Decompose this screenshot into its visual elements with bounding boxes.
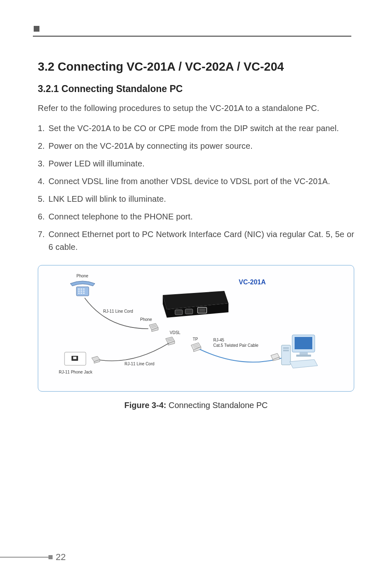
svg-rect-8 [81,293,82,294]
step-item: Power on the VC-201A by connecting its p… [38,140,354,152]
page-footer: 22 [0,552,66,563]
step-item: Connect telephone to the PHONE port. [38,210,354,223]
svg-rect-35 [283,347,289,349]
device-icon [163,287,233,320]
svg-rect-32 [300,352,308,355]
phone-jack-icon [64,352,87,367]
cable-phone-to-device [83,296,165,341]
header-rule-line [33,36,351,37]
steps-list: Set the VC-201A to be CO or CPE mode fro… [38,122,354,254]
step-item: Power LED will illuminate. [38,157,354,170]
step-item: Connect Ethernet port to PC Network Inte… [38,228,354,254]
header-rule [34,25,354,39]
footer-marker [48,555,53,559]
svg-rect-6 [83,291,85,292]
svg-rect-44 [73,357,76,359]
step-item: Connect VDSL line from another VDSL devi… [38,175,354,188]
svg-rect-33 [296,355,311,357]
svg-rect-14 [185,309,193,314]
vdsl-label: VDSL [170,330,180,335]
rj45-label: RJ-45 [213,338,224,342]
svg-rect-9 [83,293,85,294]
cable-vdsl-to-jack [95,343,173,368]
rj11-connector-icon [148,323,160,332]
figure-caption: Figure 3-4: Connecting Standalone PC [38,401,354,410]
figure-caption-bold: Figure 3-4: [124,401,166,410]
svg-rect-4 [78,291,80,292]
section-title: 3.2 Connecting VC-201A / VC-202A / VC-20… [38,60,354,74]
figure-caption-text: Connecting Standalone PC [166,401,268,410]
phone-port-label: Phone [140,317,152,322]
phone-top-label: Phone [76,274,88,278]
figure-box: VC-201A Phone [38,265,354,392]
tp-label: TP [193,337,198,341]
svg-rect-13 [175,310,182,315]
page-number: 22 [56,552,66,563]
pc-icon [280,333,321,370]
svg-rect-1 [78,288,80,290]
rj45-pc-connector-icon [270,353,281,362]
svg-marker-37 [290,360,318,368]
svg-rect-31 [295,337,312,349]
product-name-label: VC-201A [239,279,266,286]
subsection-title: 3.2.1 Connecting Standalone PC [38,83,354,95]
intro-paragraph: Refer to the following procedures to set… [38,102,354,115]
svg-rect-36 [283,350,289,351]
svg-rect-2 [81,288,82,290]
svg-rect-5 [81,291,82,292]
header-rule-marker [34,26,39,32]
svg-rect-16 [199,309,205,312]
rj11-jack-connector-icon [91,355,101,364]
footer-line [0,557,49,558]
svg-rect-3 [83,288,85,290]
diagram: VC-201A Phone [46,271,346,386]
svg-rect-7 [78,293,80,294]
rj11-jack-label: RJ-11 Phone Jack [59,370,92,374]
step-item: LNK LED will blink to illuminate. [38,193,354,205]
step-item: Set the VC-201A to be CO or CPE mode fro… [38,122,354,135]
